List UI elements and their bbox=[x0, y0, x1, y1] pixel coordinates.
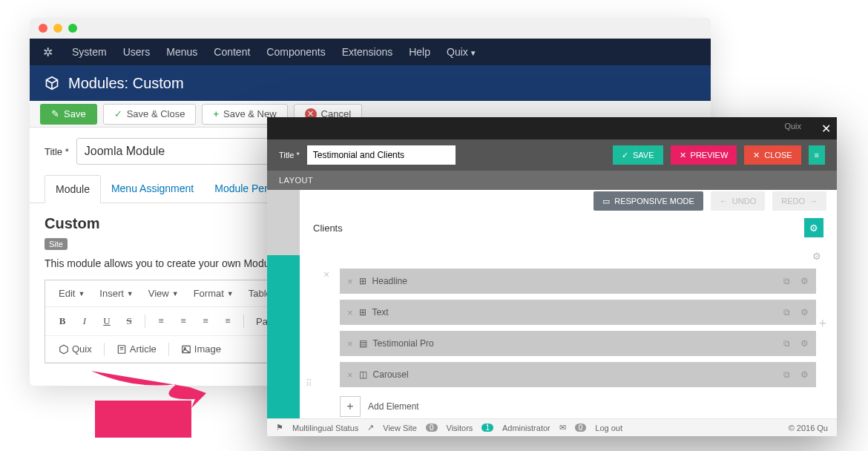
article-icon bbox=[116, 344, 127, 355]
redo-button[interactable]: REDO → bbox=[772, 191, 826, 211]
element-text[interactable]: ×⊞Text⧉⚙ bbox=[340, 300, 816, 325]
settings-icon[interactable]: ⚙ bbox=[800, 307, 809, 317]
menu-menus[interactable]: Menus bbox=[166, 46, 197, 58]
modal-close-icon[interactable]: ✕ bbox=[821, 122, 831, 136]
add-element-label: Add Element bbox=[368, 401, 419, 412]
save-close-button[interactable]: ✓ Save & Close bbox=[103, 104, 197, 125]
element-label: Carousel bbox=[373, 369, 409, 380]
align-justify-button[interactable]: ≡ bbox=[218, 312, 237, 331]
multilingual-icon: ⚑ bbox=[276, 423, 283, 432]
settings-icon[interactable]: ⚙ bbox=[800, 369, 809, 380]
quix-preview-button[interactable]: ✕ PREVIEW bbox=[671, 145, 737, 165]
copy-icon[interactable]: ⧉ bbox=[783, 307, 790, 317]
copyright: © 2016 Qu bbox=[789, 424, 828, 432]
quix-save-button[interactable]: ✓ SAVE bbox=[613, 145, 663, 165]
editor-format[interactable]: Format▼ bbox=[188, 285, 240, 302]
column-settings-button[interactable]: ⚙ bbox=[807, 246, 826, 266]
tab-menu-assignment[interactable]: Menu Assignment bbox=[101, 175, 204, 203]
view-site-link[interactable]: View Site bbox=[383, 424, 417, 432]
copy-icon[interactable]: ⧉ bbox=[783, 369, 790, 380]
remove-icon[interactable]: × bbox=[347, 276, 353, 287]
traffic-min[interactable] bbox=[53, 24, 62, 33]
multilingual-link[interactable]: Multilingual Status bbox=[292, 424, 358, 432]
editor-view[interactable]: View▼ bbox=[142, 285, 185, 302]
add-column-button[interactable]: + bbox=[818, 316, 826, 332]
menu-components[interactable]: Components bbox=[266, 46, 325, 58]
quix-sidebar bbox=[267, 190, 300, 423]
copy-icon[interactable]: ⧉ bbox=[783, 276, 790, 286]
copy-icon[interactable]: ⧉ bbox=[783, 338, 790, 349]
underline-button[interactable]: U bbox=[97, 312, 116, 331]
section-settings-button[interactable]: ⚙ bbox=[804, 218, 823, 237]
responsive-mode-button[interactable]: ▭ RESPONSIVE MODE bbox=[594, 191, 703, 211]
remove-icon[interactable]: × bbox=[347, 338, 353, 349]
carousel-icon: ◫ bbox=[359, 369, 367, 380]
quix-brand: Quix bbox=[784, 122, 801, 131]
undo-button[interactable]: ← UNDO bbox=[711, 191, 765, 211]
traffic-close[interactable] bbox=[39, 24, 47, 33]
remove-icon[interactable]: × bbox=[347, 307, 353, 318]
align-right-button[interactable]: ≡ bbox=[196, 312, 215, 331]
menu-content[interactable]: Content bbox=[214, 46, 250, 58]
separator bbox=[104, 343, 105, 356]
site-badge: Site bbox=[45, 238, 68, 250]
menu-help[interactable]: Help bbox=[409, 46, 430, 58]
layout-label: LAYOUT bbox=[279, 176, 313, 185]
title-label: Title * bbox=[45, 146, 69, 157]
visitors-label: Visitors bbox=[447, 424, 473, 432]
align-left-button[interactable]: ≡ bbox=[151, 312, 171, 331]
menu-quix[interactable]: Quix▼ bbox=[447, 46, 477, 58]
quix-menu-button[interactable]: ≡ bbox=[809, 145, 825, 165]
section-header: Clients ⚙ bbox=[310, 212, 826, 243]
quix-body: ▭ RESPONSIVE MODE ← UNDO REDO → Clients … bbox=[267, 190, 837, 423]
bold-button[interactable]: B bbox=[53, 312, 72, 331]
module-icon bbox=[45, 76, 59, 90]
italic-button[interactable]: I bbox=[75, 312, 94, 331]
menu-extensions[interactable]: Extensions bbox=[342, 46, 392, 58]
settings-icon[interactable]: ⚙ bbox=[800, 338, 809, 349]
remove-icon[interactable]: × bbox=[347, 369, 353, 381]
align-center-button[interactable]: ≡ bbox=[174, 312, 193, 331]
admin-label: Administrator bbox=[502, 424, 550, 432]
external-icon: ↗ bbox=[367, 423, 374, 432]
admin-count: 1 bbox=[481, 424, 493, 432]
traffic-max[interactable] bbox=[68, 24, 77, 33]
tab-module[interactable]: Module bbox=[45, 175, 101, 203]
column-remove-icon[interactable]: × bbox=[323, 269, 329, 280]
page-header: Modules: Custom bbox=[30, 65, 711, 101]
quix-close-button[interactable]: ✕ CLOSE bbox=[744, 145, 800, 165]
save-button[interactable]: ✎ Save bbox=[40, 104, 97, 125]
quix-subheader: LAYOUT bbox=[267, 171, 837, 190]
section-title: Clients bbox=[313, 223, 343, 234]
element-carousel[interactable]: ×◫Carousel⧉⚙ bbox=[340, 362, 816, 387]
element-label: Testimonial Pro bbox=[373, 338, 434, 349]
image-icon bbox=[181, 344, 191, 355]
logout-link[interactable]: Log out bbox=[595, 424, 622, 432]
separator bbox=[145, 315, 145, 328]
messages-count: 0 bbox=[575, 424, 587, 432]
insert-quix[interactable]: Quix bbox=[53, 340, 98, 358]
menu-users[interactable]: Users bbox=[123, 46, 151, 58]
drag-handle-icon[interactable]: ⠿ bbox=[306, 378, 312, 389]
text-icon: ⊞ bbox=[359, 307, 366, 317]
editor-edit[interactable]: Edit▼ bbox=[53, 285, 91, 302]
element-headline[interactable]: ×⊞Headline⧉⚙ bbox=[340, 269, 816, 294]
add-element-button[interactable]: + bbox=[340, 396, 361, 417]
headline-icon: ⊞ bbox=[359, 276, 366, 286]
settings-icon[interactable]: ⚙ bbox=[800, 276, 809, 286]
element-label: Text bbox=[372, 307, 389, 317]
quix-header: Title * ✓ SAVE ✕ PREVIEW ✕ CLOSE ≡ bbox=[267, 139, 837, 171]
menu-system[interactable]: System bbox=[72, 46, 107, 58]
testimonial-icon: ▤ bbox=[359, 338, 367, 349]
insert-article[interactable]: Article bbox=[111, 340, 162, 358]
separator bbox=[168, 343, 169, 356]
joomla-logo-icon: ✲ bbox=[43, 45, 53, 59]
strike-button[interactable]: S bbox=[119, 312, 139, 331]
quix-title-input[interactable] bbox=[307, 145, 456, 165]
editor-insert[interactable]: Insert▼ bbox=[93, 285, 139, 302]
insert-image[interactable]: Image bbox=[175, 340, 227, 358]
element-testimonial[interactable]: ×▤Testimonial Pro⧉⚙ bbox=[340, 331, 816, 356]
title-input[interactable] bbox=[76, 138, 269, 165]
brush-arrow-icon bbox=[80, 363, 214, 445]
admin-menubar: ✲ System Users Menus Content Components … bbox=[30, 39, 711, 65]
